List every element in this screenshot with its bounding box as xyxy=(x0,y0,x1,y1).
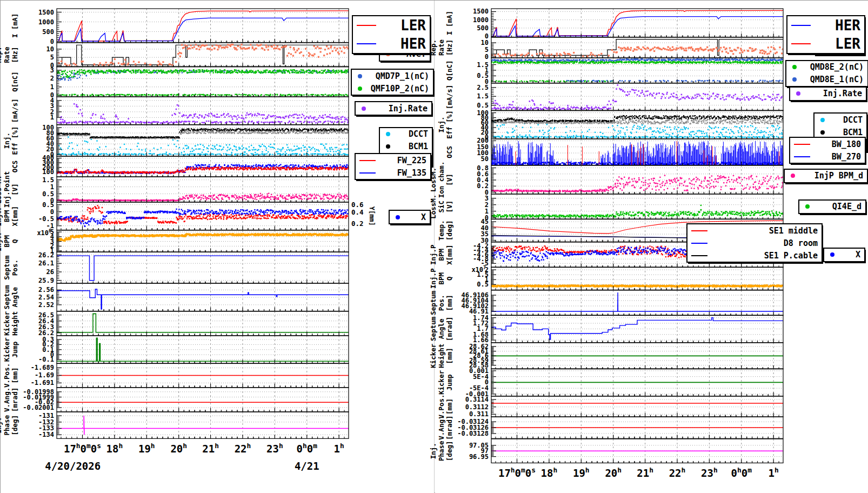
chart-left-v-ang: -0.01998-0.01999-0.02-0.02001V.Ang.[mrad… xyxy=(1,388,433,413)
legend-label: Inj.Rate xyxy=(371,104,428,114)
svg-text:19h: 19h xyxy=(138,442,155,455)
svg-text:1h: 1h xyxy=(334,442,344,455)
svg-text:OCS: OCS xyxy=(445,146,453,158)
chart-left-inj-p-bpm-q: 12345Inj.PBPMQx106 xyxy=(1,230,433,254)
svg-text:18h: 18h xyxy=(106,442,123,455)
legend-beam-current: LERHER xyxy=(352,15,431,54)
svg-text:0.3112: 0.3112 xyxy=(465,403,489,411)
svg-text:26.5: 26.5 xyxy=(38,311,54,318)
svg-text:Septum: Septum xyxy=(429,290,437,315)
chart-right-inj-p-bpm-q: 0.511.52Inj.PBPMQx107 xyxy=(435,267,867,291)
legend-item: X xyxy=(390,211,430,223)
svg-text:10: 10 xyxy=(481,39,489,46)
svg-text:Q: Q xyxy=(11,239,19,243)
legend-marker-dot xyxy=(830,252,834,257)
date-label: 4/20/2026 xyxy=(45,460,101,472)
svg-text:Kicker: Kicker xyxy=(3,311,11,336)
svg-text:BPM: BPM xyxy=(437,272,445,285)
svg-text:Pos.: Pos. xyxy=(437,295,445,311)
chart-left-inj-p-bpm-x: -1-0.500.5Inj.PBPMX[mm]0.60.40.2Y[mm] xyxy=(1,202,433,231)
svg-text:0: 0 xyxy=(50,208,54,216)
svg-text:X[mm]: X[mm] xyxy=(445,244,453,265)
svg-text:Phase: Phase xyxy=(437,440,445,461)
legend-label: QMD7P_1(nC) xyxy=(368,71,429,81)
left-strip-chart-panel: 050010001500I [mA]0510Rep.Rate[Hz]0123Q[… xyxy=(1,1,435,493)
svg-text:V.Pos.: V.Pos. xyxy=(437,395,445,419)
svg-text:-0.03128: -0.03128 xyxy=(457,430,489,437)
svg-text:Ion cham.: Ion cham. xyxy=(437,161,445,198)
svg-text:0.5: 0.5 xyxy=(42,190,54,198)
x-axis-labels: 17h0m0s18h19h20h21h22h23h0h0m1h xyxy=(435,463,867,493)
svg-text:46.9106: 46.9106 xyxy=(461,291,489,299)
svg-text:Eff [%]: Eff [%] xyxy=(11,126,19,155)
legend-marker-line xyxy=(357,25,376,26)
svg-text:V.Pos.: V.Pos. xyxy=(3,363,11,388)
legend-item: FW_225 xyxy=(356,154,430,166)
legend-label: QI4E_d xyxy=(815,202,862,211)
legend-item: QMD8E_1(nC) xyxy=(786,74,867,86)
legend-item: FW_135 xyxy=(356,166,430,179)
svg-text:[mrad]: [mrad] xyxy=(445,416,453,440)
legend-marker-dot xyxy=(386,144,390,149)
svg-text:1.5: 1.5 xyxy=(477,61,489,68)
chart-right-v-ang: -0.03124-0.03126-0.03128V.Ang.[mrad] xyxy=(435,417,867,440)
legend-label: LER xyxy=(815,36,860,52)
x-axis-labels: 17h0m0s18h19h20h21h22h23h0h0m1h4/20/2026… xyxy=(1,438,433,482)
legend-item: SE1 middle xyxy=(687,224,822,237)
legend-label: Inj.Rate xyxy=(806,89,862,98)
svg-text:Rate: Rate xyxy=(3,46,11,63)
legend-temperature: SE1 middleD8 roomSE1 P.cable xyxy=(686,223,823,263)
legend-label: D8 room xyxy=(712,238,818,248)
legend-ocs: FW_225FW_135 xyxy=(355,153,431,180)
legend-marker-dot xyxy=(396,215,400,219)
legend-marker-line xyxy=(691,255,707,256)
svg-text:[mrad]: [mrad] xyxy=(11,388,19,412)
svg-text:0.5: 0.5 xyxy=(42,201,54,209)
legend-item: QMD8E_2(nC) xyxy=(786,61,867,74)
chart-right-kicker-jump: 0.0015E-40-5E-4-0.001KickerJump xyxy=(435,369,867,397)
legend-injection-rate: Inj.Rate xyxy=(789,86,867,101)
legend-ocs: BW_180BW_270 xyxy=(789,137,866,164)
legend-inj-p-bpm-x: X xyxy=(389,210,431,224)
svg-text:Y[mm]: Y[mm] xyxy=(368,206,376,226)
legend-item: SE1 P.cable xyxy=(687,249,822,262)
legend-inj-p-bpm-x: X xyxy=(823,248,865,262)
legend-item: HER xyxy=(353,35,430,53)
svg-text:Temp.: Temp. xyxy=(437,221,445,241)
svg-text:Q[nC]: Q[nC] xyxy=(445,60,453,81)
svg-text:26.2: 26.2 xyxy=(38,251,54,259)
legend-item: QI4E_d xyxy=(799,201,865,213)
svg-text:1000: 1000 xyxy=(473,16,489,24)
legend-label: BW_180 xyxy=(814,139,861,149)
svg-text:-134: -134 xyxy=(38,431,54,438)
svg-text:Angle: Angle xyxy=(437,318,445,339)
svg-text:[V]: [V] xyxy=(11,184,19,196)
svg-text:-1.691: -1.691 xyxy=(31,379,54,387)
svg-text:-1.69: -1.69 xyxy=(35,372,54,379)
legend-lossm-ion-cham: InjP BPM_d xyxy=(784,169,868,183)
svg-text:Kicker: Kicker xyxy=(3,337,11,362)
legend-item: HER xyxy=(787,16,864,35)
svg-text:3: 3 xyxy=(50,66,54,74)
svg-text:Rate: Rate xyxy=(437,39,445,56)
svg-text:Inj.: Inj. xyxy=(3,132,11,149)
legend-label: DCCT xyxy=(396,129,428,139)
chart-left-v-pos: -1.689-1.69-1.691V.Pos.[mm] xyxy=(1,363,433,389)
svg-text:Q: Q xyxy=(445,277,453,281)
legend-label: FW_135 xyxy=(380,168,426,178)
legend-charge: QMD8E_2(nC)QMD8E_1(nC) xyxy=(785,60,868,87)
legend-label: HER xyxy=(815,17,860,34)
right-strip-chart-panel: 050010001500I [mA]0510Rep.Rate[Hz]00.511… xyxy=(435,1,868,493)
svg-text:100: 100 xyxy=(42,124,54,131)
legend-label: InjP BPM_d xyxy=(800,171,863,181)
svg-text:Jump: Jump xyxy=(11,341,19,357)
legend-item: DCCT xyxy=(814,114,866,126)
svg-text:[Hz]: [Hz] xyxy=(11,46,19,63)
legend-marker-line xyxy=(794,156,810,157)
svg-text:18h: 18h xyxy=(541,466,558,479)
svg-text:1.5: 1.5 xyxy=(477,92,489,100)
svg-text:96.95: 96.95 xyxy=(469,452,489,460)
svg-text:28.62: 28.62 xyxy=(469,343,489,350)
svg-text:-0.5: -0.5 xyxy=(38,215,54,223)
legend-marker-dot xyxy=(358,86,362,91)
